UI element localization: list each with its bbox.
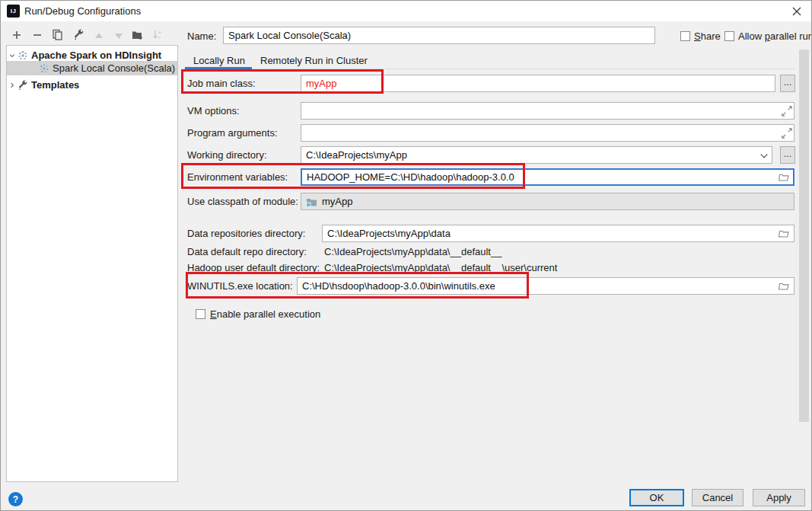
add-configuration-button[interactable]	[11, 29, 23, 41]
job-main-class-browse-button[interactable]: ...	[780, 75, 795, 92]
tree-item-label: Spark Local Console(Scala)	[53, 62, 175, 74]
remove-configuration-button[interactable]	[31, 29, 43, 41]
svg-text:z: z	[158, 35, 161, 40]
use-classpath-combobox[interactable]: myApp	[301, 193, 794, 210]
data-default-repo-value: C:\IdeaProjects\myApp\data\__default__	[324, 246, 502, 257]
plus-icon	[11, 30, 22, 40]
move-up-button[interactable]	[93, 30, 105, 42]
copy-icon	[52, 29, 63, 40]
cancel-button[interactable]: Cancel	[692, 489, 744, 506]
program-arguments-label: Program arguments:	[187, 127, 278, 139]
winutils-location-label: WINUTILS.exe location:	[187, 280, 293, 292]
wrench-icon	[18, 80, 28, 91]
allow-parallel-run-label: Allow parallel run	[738, 30, 812, 42]
name-input[interactable]	[223, 27, 655, 44]
copy-configuration-button[interactable]	[51, 28, 63, 40]
working-directory-label: Working directory:	[187, 149, 267, 161]
data-repositories-input[interactable]	[322, 225, 794, 242]
allow-parallel-run-checkbox[interactable]	[724, 31, 734, 41]
chevron-down-icon[interactable]	[7, 52, 18, 59]
arrow-up-icon	[94, 32, 103, 40]
share-label: Share	[694, 30, 721, 42]
close-icon	[792, 7, 801, 16]
working-directory-input[interactable]	[301, 146, 772, 164]
spark-icon	[18, 50, 28, 61]
tab-locally-run[interactable]: Locally Run	[193, 55, 245, 66]
configurations-tree: Apache Spark on HDInsight Spark Local Co…	[6, 45, 178, 482]
expand-field-icon[interactable]	[781, 127, 793, 139]
module-icon	[306, 196, 317, 207]
selected-tab-indicator	[185, 67, 252, 69]
tab-remotely-run-in-cluster[interactable]: Remotely Run in Cluster	[260, 55, 368, 66]
use-classpath-label: Use classpath of module:	[187, 196, 298, 207]
move-down-button[interactable]	[113, 30, 125, 42]
data-repositories-label: Data repositories directory:	[187, 228, 305, 239]
apply-button[interactable]: Apply	[753, 489, 805, 506]
create-folder-button[interactable]	[132, 28, 144, 40]
job-main-class-label: Job main class:	[187, 78, 256, 89]
enable-parallel-execution-checkbox[interactable]	[196, 309, 205, 319]
share-checkbox[interactable]	[680, 31, 690, 41]
wrench-icon	[73, 29, 84, 40]
spark-icon	[39, 63, 49, 74]
browse-folder-icon[interactable]	[778, 171, 790, 184]
program-arguments-input[interactable]	[301, 124, 794, 142]
svg-text:a: a	[158, 30, 161, 34]
tree-item-label: Apache Spark on HDInsight	[31, 50, 161, 61]
hadoop-user-default-dir-value: C:\IdeaProjects\myApp\data\__default__\u…	[324, 262, 557, 273]
chevron-down-icon[interactable]	[758, 150, 770, 162]
environment-variables-label: Environment variables:	[187, 171, 288, 183]
job-main-class-input[interactable]	[301, 75, 775, 92]
tree-item-label: Templates	[31, 79, 79, 91]
tree-item-spark-local-console[interactable]: Spark Local Console(Scala)	[7, 61, 177, 75]
vertical-scrollbar[interactable]	[799, 50, 809, 422]
data-default-repo-label: Data default repo directory:	[187, 246, 307, 257]
chevron-right-icon[interactable]	[7, 81, 18, 89]
intellij-logo-icon: IJ	[7, 5, 20, 18]
name-label: Name:	[187, 30, 216, 42]
edit-defaults-button[interactable]	[72, 28, 84, 40]
title-bar: IJ Run/Debug Configurations	[1, 1, 811, 21]
sort-az-icon: a z	[152, 29, 164, 40]
browse-folder-icon[interactable]	[778, 280, 790, 292]
help-button[interactable]: ?	[8, 492, 23, 506]
working-directory-browse-button[interactable]: ...	[780, 146, 795, 164]
ok-button[interactable]: OK	[629, 489, 684, 506]
browse-folder-icon[interactable]	[778, 228, 790, 240]
tab-strip-divider	[183, 69, 795, 69]
vm-options-label: VM options:	[187, 105, 240, 117]
run-debug-configurations-dialog: IJ Run/Debug Configurations	[0, 0, 812, 511]
expand-field-icon[interactable]	[781, 105, 793, 117]
dialog-title: Run/Debug Configurations	[24, 5, 141, 17]
minus-icon	[32, 30, 43, 40]
winutils-location-input[interactable]	[297, 277, 794, 295]
folder-add-icon	[132, 29, 144, 40]
arrow-down-icon	[114, 32, 123, 40]
close-button[interactable]	[785, 2, 808, 20]
enable-parallel-execution-label: Enable parallel execution	[210, 308, 320, 320]
hadoop-user-default-dir-label: Hadoop user default directory:	[187, 262, 320, 273]
use-classpath-value: myApp	[322, 196, 352, 207]
vm-options-input[interactable]	[301, 102, 794, 120]
tree-item-templates[interactable]: Templates	[7, 78, 177, 92]
environment-variables-input[interactable]	[301, 168, 794, 186]
sort-configurations-button[interactable]: a z	[151, 28, 164, 40]
